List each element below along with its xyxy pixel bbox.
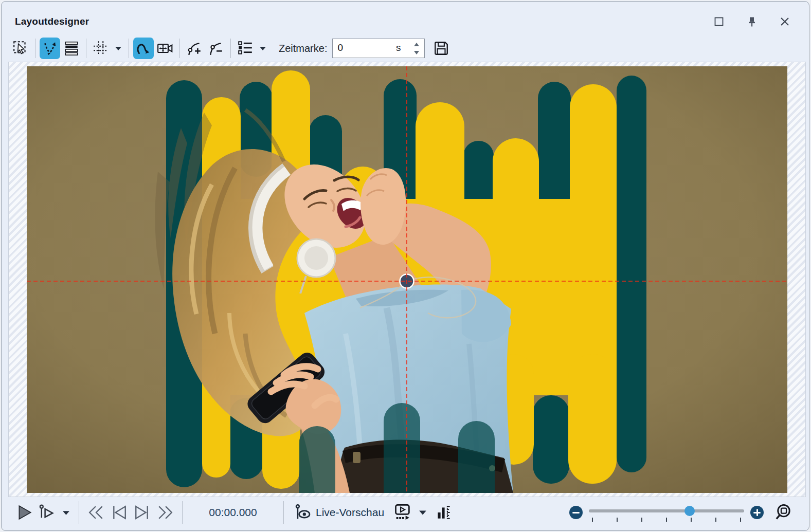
save-icon <box>433 40 449 57</box>
remove-curve-point-icon <box>208 40 224 57</box>
camera-pan-icon <box>157 40 173 57</box>
transport-separator <box>182 501 183 524</box>
titlebar: Layoutdesigner <box>15 13 794 30</box>
preview-player-icon <box>393 503 412 522</box>
select-tool-button[interactable] <box>10 38 31 59</box>
pin-icon <box>746 16 758 27</box>
zoom-fit-button[interactable] <box>772 501 796 524</box>
zeitmarke-spinner <box>411 40 422 57</box>
zoom-fit-icon <box>774 503 793 522</box>
zoom-in-button[interactable] <box>750 506 764 519</box>
zeitmarke-label: Zeitmarke: <box>279 43 327 54</box>
pin-button[interactable] <box>743 13 761 30</box>
zoom-slider-thumb[interactable] <box>684 506 695 516</box>
transport-separator <box>283 501 284 524</box>
toolbar-separator <box>35 39 35 58</box>
play-from-marker-icon <box>38 504 56 521</box>
maximize-icon <box>713 16 725 27</box>
next-frame-icon <box>133 504 151 521</box>
live-preview-pin-eye-icon <box>294 503 312 522</box>
chevron-up-icon <box>413 42 420 47</box>
fast-forward-button[interactable] <box>153 501 177 524</box>
grid-options-dropdown[interactable] <box>112 38 125 59</box>
chevron-down-icon <box>115 46 122 51</box>
live-preview-label: Live-Vorschau <box>316 506 384 519</box>
zoom-slider-ticks <box>592 518 741 522</box>
performance-stats-button[interactable] <box>431 501 456 524</box>
layer-order-icon <box>63 40 80 57</box>
curve-select-icon <box>42 40 58 57</box>
curve-mode-tool-button[interactable] <box>133 38 154 59</box>
curve-mode-icon <box>135 40 152 57</box>
toolbar-separator <box>86 39 86 58</box>
curve-select-tool-button[interactable] <box>40 38 60 59</box>
toolbar-separator <box>179 39 180 58</box>
window-title: Layoutdesigner <box>15 16 89 27</box>
chevron-down-icon <box>413 50 420 55</box>
add-curve-point-icon <box>186 40 203 57</box>
chevron-down-icon <box>62 510 70 516</box>
spinner-up-button[interactable] <box>412 41 421 47</box>
transport-bar: 00:00.000 Live-Vorschau <box>2 497 809 528</box>
add-curve-point-button[interactable] <box>184 38 205 59</box>
layout-canvas[interactable] <box>27 66 787 493</box>
play-button[interactable] <box>14 501 35 524</box>
zoom-slider-track[interactable] <box>589 509 744 512</box>
save-button[interactable] <box>431 38 452 59</box>
zoom-out-button[interactable] <box>569 506 583 519</box>
close-button[interactable] <box>776 13 794 30</box>
minus-icon <box>572 512 580 513</box>
next-frame-button[interactable] <box>131 501 153 524</box>
maximize-button[interactable] <box>710 13 728 30</box>
remove-curve-point-button[interactable] <box>206 38 226 59</box>
layer-order-tool-button[interactable] <box>61 38 82 59</box>
keyframe-list-button[interactable] <box>235 38 256 59</box>
close-icon <box>779 16 790 27</box>
grid-tool-button[interactable] <box>91 38 111 59</box>
select-tool-icon <box>12 40 29 57</box>
previous-frame-icon <box>111 504 128 521</box>
grid-icon <box>93 40 109 57</box>
zeitmarke-unit: s <box>396 42 401 53</box>
transport-separator <box>79 501 79 524</box>
fast-forward-icon <box>155 504 175 521</box>
zoom-slider[interactable] <box>589 503 744 522</box>
layoutdesigner-window: Layoutdesigner <box>1 1 809 531</box>
keyframe-list-dropdown[interactable] <box>256 38 269 59</box>
keyframe-list-icon <box>237 40 254 57</box>
canvas-panel <box>8 62 806 497</box>
toolbar-separator <box>230 39 231 58</box>
chevron-down-icon <box>419 509 427 516</box>
rewind-button[interactable] <box>84 501 108 524</box>
zoom-controls <box>569 501 796 524</box>
preview-player-button[interactable] <box>391 501 414 524</box>
toolbar: Zeitmarke: s <box>10 36 452 60</box>
spinner-down-button[interactable] <box>412 49 421 56</box>
time-display: 00:00.000 <box>188 506 278 519</box>
rewind-icon <box>86 504 106 521</box>
play-icon <box>16 504 33 521</box>
toolbar-separator <box>129 39 129 58</box>
scene <box>27 66 787 493</box>
performance-stats-icon <box>435 503 453 522</box>
zeitmarke-input[interactable] <box>333 39 399 57</box>
preview-options-dropdown[interactable] <box>414 501 431 524</box>
window-controls <box>710 13 794 30</box>
chevron-down-icon <box>259 46 266 51</box>
zeitmarke-field: s <box>332 39 425 58</box>
play-from-marker-button[interactable] <box>35 501 58 524</box>
previous-frame-button[interactable] <box>108 501 131 524</box>
play-options-dropdown[interactable] <box>58 501 74 524</box>
camera-pan-tool-button[interactable] <box>155 38 175 59</box>
